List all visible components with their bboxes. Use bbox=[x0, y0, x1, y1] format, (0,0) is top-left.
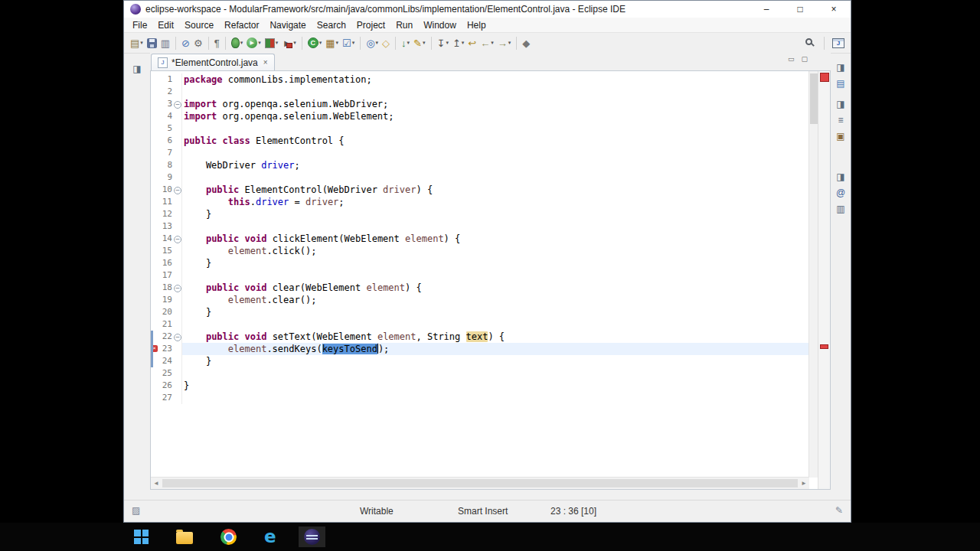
download-sources-button[interactable]: ↓▾ bbox=[400, 34, 411, 51]
dropdown-arrow-icon[interactable]: ▾ bbox=[276, 40, 279, 46]
next-annotation-button[interactable]: ↧▾ bbox=[436, 34, 450, 51]
code-text[interactable] bbox=[182, 392, 809, 404]
code-line-24[interactable]: 24 } bbox=[151, 355, 809, 367]
tab-close-icon[interactable]: × bbox=[263, 58, 268, 67]
menu-file[interactable]: File bbox=[127, 18, 152, 32]
open-type-button[interactable]: ◇ bbox=[381, 34, 391, 51]
dropdown-arrow-icon[interactable]: ▾ bbox=[240, 40, 243, 46]
previous-annotation-button[interactable]: ↥▾ bbox=[451, 34, 466, 51]
code-text[interactable]: public class ElementControl { bbox=[182, 135, 809, 147]
code-line-8[interactable]: 8 WebDriver driver; bbox=[151, 159, 809, 171]
task-list-icon[interactable]: ▤ bbox=[833, 76, 848, 90]
dropdown-arrow-icon[interactable]: ▾ bbox=[258, 40, 261, 46]
declaration-icon[interactable]: ▥ bbox=[833, 201, 848, 216]
java-perspective-button[interactable]: J bbox=[831, 34, 846, 51]
taskbar-edge[interactable]: e bbox=[259, 527, 282, 547]
scroll-right-icon[interactable]: ► bbox=[799, 480, 809, 487]
mark-occurrences-button[interactable]: ✎▾ bbox=[412, 34, 426, 51]
restore-view-icon[interactable]: ◨ bbox=[833, 169, 848, 184]
code-line-15[interactable]: 15 element.click(); bbox=[151, 245, 809, 257]
code-line-16[interactable]: 16 } bbox=[151, 257, 809, 269]
code-line-3[interactable]: 3–import org.openqa.selenium.WebDriver; bbox=[151, 98, 809, 110]
code-text[interactable] bbox=[182, 367, 809, 380]
dropdown-arrow-icon[interactable]: ▾ bbox=[140, 40, 143, 46]
external-tools-button[interactable]: ▶▾ bbox=[280, 34, 298, 51]
code-text[interactable] bbox=[182, 122, 809, 135]
fold-toggle[interactable]: – bbox=[174, 233, 182, 245]
forward-button[interactable]: →▾ bbox=[496, 34, 513, 51]
code-text[interactable] bbox=[182, 220, 809, 233]
code-text[interactable]: WebDriver driver; bbox=[182, 159, 809, 171]
new-java-package-button[interactable]: ▦▾ bbox=[324, 34, 340, 51]
fold-toggle[interactable]: – bbox=[174, 282, 182, 294]
taskbar-eclipse[interactable] bbox=[299, 527, 325, 547]
dropdown-arrow-icon[interactable]: ▾ bbox=[407, 40, 410, 46]
horizontal-scrollbar[interactable]: ◄ ► bbox=[151, 477, 809, 489]
code-text[interactable]: import org.openqa.selenium.WebDriver; bbox=[182, 98, 809, 110]
collapse-icon[interactable]: – bbox=[174, 285, 181, 292]
code-text[interactable] bbox=[182, 269, 809, 282]
code-line-23[interactable]: ×23 element.sendKeys(keysToSend); bbox=[151, 343, 809, 355]
menu-run[interactable]: Run bbox=[390, 18, 418, 32]
maximize-button[interactable]: □ bbox=[783, 1, 817, 18]
java-search-button[interactable]: ◎▾ bbox=[364, 34, 380, 51]
code-editor[interactable]: 1package commonLibs.implementation;23–im… bbox=[150, 70, 831, 490]
collapse-icon[interactable]: – bbox=[174, 334, 181, 341]
code-line-25[interactable]: 25 bbox=[151, 367, 809, 380]
restore-view-icon[interactable]: ◨ bbox=[833, 96, 848, 111]
run-button[interactable]: ▶▾ bbox=[245, 34, 263, 51]
restore-view-icon[interactable]: ◨ bbox=[129, 61, 145, 76]
build-all-button[interactable]: ⚙ bbox=[192, 34, 204, 51]
code-text[interactable]: element.sendKeys(keysToSend); bbox=[182, 343, 809, 355]
code-line-17[interactable]: 17 bbox=[151, 269, 809, 282]
code-text[interactable]: import org.openqa.selenium.WebElement; bbox=[182, 110, 809, 122]
code-line-4[interactable]: 4import org.openqa.selenium.WebElement; bbox=[151, 110, 809, 122]
code-line-19[interactable]: 19 element.clear(); bbox=[151, 294, 809, 306]
dropdown-arrow-icon[interactable]: ▾ bbox=[293, 40, 296, 46]
editor-tab[interactable]: J *ElementControl.java × bbox=[151, 54, 275, 70]
restore-view-icon[interactable]: ◨ bbox=[833, 60, 848, 74]
code-line-27[interactable]: 27 bbox=[151, 392, 809, 404]
title-bar[interactable]: eclipse-workspace - ModularFramework/src… bbox=[124, 1, 851, 18]
code-text[interactable]: this.driver = driver; bbox=[182, 196, 809, 208]
dropdown-arrow-icon[interactable]: ▾ bbox=[336, 40, 339, 46]
code-line-26[interactable]: 26} bbox=[151, 380, 809, 392]
code-line-6[interactable]: 6public class ElementControl { bbox=[151, 135, 809, 147]
search-button[interactable] bbox=[802, 34, 818, 51]
fold-toggle[interactable]: – bbox=[174, 331, 182, 343]
code-line-2[interactable]: 2 bbox=[151, 86, 809, 98]
code-text[interactable] bbox=[182, 318, 809, 331]
vscroll-thumb[interactable] bbox=[810, 73, 818, 124]
menu-search[interactable]: Search bbox=[312, 18, 351, 32]
open-task-button[interactable]: ☑▾ bbox=[341, 34, 356, 51]
code-line-9[interactable]: 9 bbox=[151, 171, 809, 184]
save-button[interactable] bbox=[145, 34, 158, 51]
hscroll-thumb[interactable] bbox=[162, 479, 798, 487]
code-text[interactable]: element.click(); bbox=[182, 245, 809, 257]
javadoc-icon[interactable]: @ bbox=[833, 185, 848, 200]
taskbar-chrome[interactable] bbox=[215, 527, 242, 547]
dropdown-arrow-icon[interactable]: ▾ bbox=[319, 40, 322, 46]
code-line-7[interactable]: 7 bbox=[151, 147, 809, 159]
menu-edit[interactable]: Edit bbox=[152, 18, 179, 32]
fold-toggle[interactable]: – bbox=[174, 184, 182, 196]
code-text[interactable]: } bbox=[182, 306, 809, 318]
new-java-class-button[interactable]: C▾ bbox=[306, 34, 324, 51]
scroll-left-icon[interactable]: ◄ bbox=[151, 480, 162, 487]
code-line-10[interactable]: 10– public ElementControl(WebDriver driv… bbox=[151, 184, 809, 196]
dropdown-arrow-icon[interactable]: ▾ bbox=[508, 40, 511, 46]
code-line-21[interactable]: 21 bbox=[151, 318, 809, 331]
fold-toggle[interactable]: – bbox=[174, 98, 182, 110]
code-text[interactable]: public void clickElement(WebElement elem… bbox=[182, 233, 809, 245]
code-line-12[interactable]: 12 } bbox=[151, 208, 809, 220]
dropdown-arrow-icon[interactable]: ▾ bbox=[491, 40, 494, 46]
code-line-14[interactable]: 14– public void clickElement(WebElement … bbox=[151, 233, 809, 245]
code-line-13[interactable]: 13 bbox=[151, 220, 809, 233]
show-whitespace-button[interactable]: ¶ bbox=[213, 34, 221, 51]
print-button[interactable]: ▥ bbox=[159, 34, 172, 51]
code-line-22[interactable]: 22– public void setText(WebElement eleme… bbox=[151, 331, 809, 343]
new-wizard-button[interactable]: ▤▾ bbox=[129, 34, 145, 51]
overview-ruler[interactable] bbox=[818, 71, 830, 489]
code-text[interactable]: } bbox=[182, 257, 809, 269]
coverage-button[interactable]: ▾ bbox=[263, 34, 280, 51]
